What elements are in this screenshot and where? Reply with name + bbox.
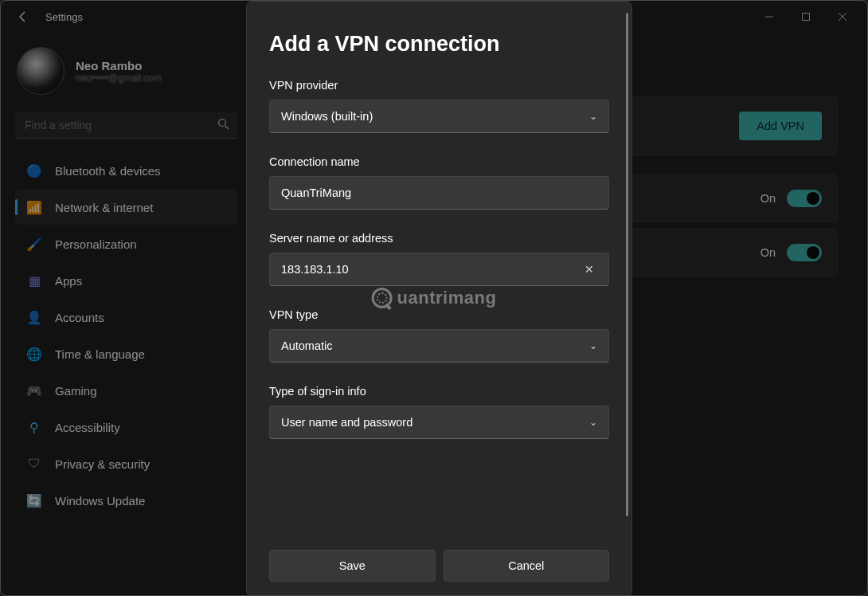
add-vpn-modal: Add a VPN connection VPN provider Window… — [246, 1, 632, 596]
modal-footer: Save Cancel — [269, 539, 609, 582]
connection-name-label: Connection name — [269, 155, 609, 168]
vpn-provider-label: VPN provider — [269, 79, 609, 92]
signin-type-value: User name and password — [281, 416, 412, 429]
modal-title: Add a VPN connection — [269, 32, 609, 57]
chevron-down-icon: ⌄ — [589, 417, 597, 428]
vpn-provider-value: Windows (built-in) — [281, 110, 373, 123]
modal-scrollbar[interactable] — [626, 13, 628, 516]
server-address-label: Server name or address — [269, 232, 609, 245]
connection-name-field[interactable] — [281, 186, 597, 199]
server-address-field[interactable] — [281, 263, 581, 276]
chevron-down-icon: ⌄ — [589, 340, 597, 351]
save-button[interactable]: Save — [269, 550, 436, 582]
vpn-type-select[interactable]: Automatic ⌄ — [269, 329, 609, 363]
signin-type-select[interactable]: User name and password ⌄ — [269, 406, 609, 439]
chevron-down-icon: ⌄ — [589, 111, 597, 122]
connection-name-input[interactable] — [269, 176, 609, 210]
signin-type-label: Type of sign-in info — [269, 385, 609, 398]
clear-input-button[interactable]: ✕ — [581, 263, 597, 276]
server-address-input[interactable]: ✕ — [269, 253, 609, 286]
vpn-type-value: Automatic — [281, 339, 332, 352]
cancel-button[interactable]: Cancel — [444, 550, 610, 582]
vpn-provider-select[interactable]: Windows (built-in) ⌄ — [269, 100, 609, 133]
vpn-type-label: VPN type — [269, 308, 609, 321]
